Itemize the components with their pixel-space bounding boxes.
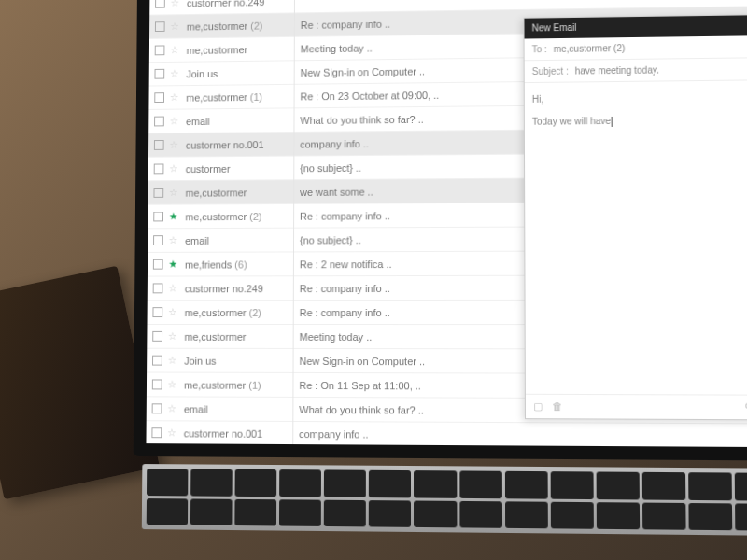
star-icon[interactable]: ☆: [169, 187, 178, 199]
sender-name: me,custormer: [185, 211, 247, 222]
key: [279, 499, 321, 526]
email-client: ☆custormer no.249☆me,custormer(2)☆me,cus…: [146, 0, 747, 447]
checkbox-icon[interactable]: [152, 331, 162, 342]
checkbox-icon[interactable]: [154, 163, 164, 174]
checkbox-icon[interactable]: [152, 379, 162, 389]
checkbox-icon[interactable]: [155, 21, 165, 32]
star-icon[interactable]: ☆: [169, 234, 178, 246]
sender-row[interactable]: ☆me,custormer: [148, 180, 294, 205]
key: [735, 473, 747, 501]
star-icon[interactable]: ★: [169, 210, 178, 222]
sender-row[interactable]: ☆custormer no.001: [146, 421, 292, 446]
star-icon[interactable]: ☆: [167, 402, 176, 414]
compose-to-field[interactable]: To : me,custormer (2): [525, 35, 747, 61]
sender-column: ☆custormer no.249☆me,custormer(2)☆me,cus…: [146, 0, 295, 444]
compose-title-bar[interactable]: New Email: [524, 15, 747, 38]
sender-row[interactable]: ☆email: [148, 229, 293, 253]
sender-row[interactable]: ☆me,custormer: [147, 325, 292, 349]
star-icon[interactable]: ☆: [169, 162, 178, 175]
checkbox-icon[interactable]: [153, 235, 163, 245]
checkbox-icon[interactable]: [155, 45, 165, 55]
checkbox-icon[interactable]: [152, 403, 162, 413]
sender-name: me,custormer: [185, 307, 247, 318]
key: [550, 471, 593, 498]
sender-row[interactable]: ☆email: [148, 108, 293, 133]
subject-text: we want some ..: [300, 186, 374, 197]
thread-count: (1): [250, 91, 262, 103]
subject-text: Re : company info ..: [300, 307, 390, 318]
star-icon[interactable]: ☆: [168, 355, 177, 367]
sender-name: custormer no.249: [185, 283, 263, 294]
subject-text: {no subject} ..: [300, 234, 361, 245]
sender-name: email: [184, 403, 208, 414]
checkbox-icon[interactable]: [154, 140, 164, 150]
key: [735, 503, 747, 531]
sender-row[interactable]: ☆Join us: [147, 349, 293, 373]
star-icon[interactable]: ☆: [170, 21, 179, 33]
subject-label: Subject :: [532, 66, 569, 77]
compose-body[interactable]: Hi, Today we will have: [525, 80, 747, 395]
sender-name: custormer no.249: [187, 0, 264, 8]
checkbox-icon[interactable]: [153, 259, 163, 270]
checkbox-icon[interactable]: [153, 188, 163, 198]
thread-count: (2): [249, 211, 261, 222]
key: [190, 469, 233, 496]
star-icon[interactable]: ☆: [170, 68, 179, 80]
to-value: me,custormer (2): [554, 43, 626, 54]
star-icon[interactable]: ☆: [170, 91, 179, 104]
key: [414, 470, 456, 497]
checkbox-icon[interactable]: [152, 307, 162, 317]
key: [147, 469, 188, 496]
sender-row[interactable]: ★me,friends(6): [148, 252, 293, 276]
sender-name: me,custormer: [184, 330, 246, 342]
subject-row[interactable]: company info ..: [293, 422, 747, 447]
star-icon[interactable]: ☆: [171, 0, 180, 9]
delete-icon[interactable]: 🗑: [552, 400, 562, 413]
laptop: ☆custormer no.249☆me,custormer(2)☆me,cus…: [59, 0, 747, 560]
thread-count: (1): [248, 379, 261, 390]
star-icon[interactable]: ☆: [167, 427, 176, 439]
compose-window[interactable]: New Email To : me,custormer (2) Subject …: [523, 14, 747, 420]
sender-name: custormer no.001: [186, 139, 264, 150]
sender-row[interactable]: ☆me,custormer(2): [149, 13, 294, 38]
checkbox-icon[interactable]: [152, 356, 162, 366]
checkbox-icon[interactable]: [154, 69, 164, 79]
sender-row[interactable]: ☆custormer no.001: [148, 133, 293, 158]
checkbox-icon[interactable]: [153, 283, 163, 293]
star-icon[interactable]: ★: [168, 259, 177, 271]
subject-text: {no subject} ..: [300, 161, 361, 173]
star-icon[interactable]: ☆: [168, 306, 177, 318]
subject-value: have meeting today.: [575, 65, 659, 77]
key: [596, 471, 639, 498]
checkbox-icon[interactable]: [155, 0, 165, 8]
sender-row[interactable]: ☆me,custormer: [149, 37, 294, 63]
sender-name: me,custormer: [186, 91, 247, 103]
star-icon[interactable]: ☆: [170, 44, 179, 56]
star-icon[interactable]: ☆: [167, 379, 176, 391]
sender-row[interactable]: ☆custormer no.249: [148, 276, 293, 301]
expand-icon[interactable]: ▢: [533, 400, 543, 413]
sender-row[interactable]: ☆custormer: [148, 157, 294, 182]
star-icon[interactable]: ☆: [168, 282, 177, 294]
checkbox-icon[interactable]: [154, 117, 164, 127]
key: [235, 498, 277, 525]
sender-name: custormer no.001: [184, 427, 262, 439]
checkbox-icon[interactable]: [154, 92, 164, 103]
checkbox-icon[interactable]: [151, 427, 162, 438]
sender-row[interactable]: ☆me,custormer(1): [147, 373, 293, 398]
sender-row[interactable]: ☆me,custormer(1): [148, 85, 293, 110]
body-line-2: Today we will have: [532, 116, 611, 127]
star-icon[interactable]: ☆: [170, 115, 179, 127]
star-icon[interactable]: ☆: [168, 330, 177, 343]
sender-row[interactable]: ☆me,custormer(2): [148, 301, 293, 325]
checkbox-icon[interactable]: [153, 212, 163, 222]
star-icon[interactable]: ☆: [169, 139, 178, 151]
compose-footer: ▢ 🗑 ⚲ ⧉: [526, 394, 747, 420]
sender-row[interactable]: ☆email: [147, 397, 293, 422]
sender-row[interactable]: ★me,custormer(2): [148, 204, 293, 229]
compose-subject-field[interactable]: Subject : have meeting today.: [525, 58, 747, 83]
key: [642, 472, 686, 500]
sender-row[interactable]: ☆Join us: [149, 61, 294, 86]
key: [279, 469, 321, 497]
thread-count: (2): [249, 307, 261, 318]
